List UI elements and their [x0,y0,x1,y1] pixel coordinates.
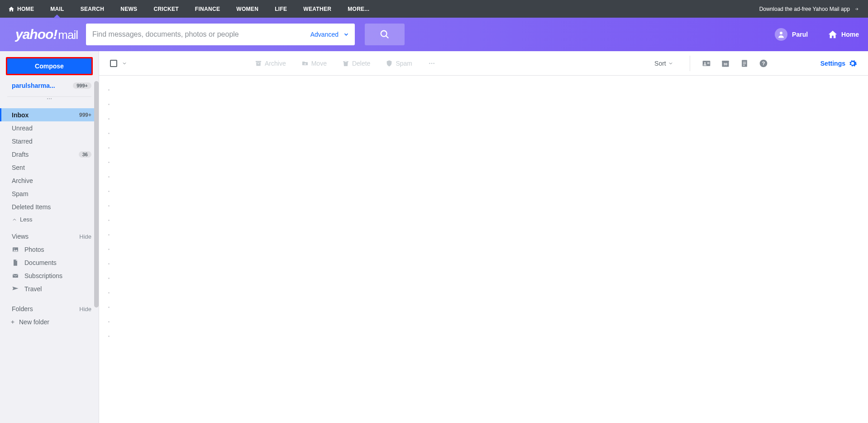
topnav-news[interactable]: NEWS [120,6,137,12]
svg-text:30: 30 [724,62,727,66]
svg-rect-21 [743,65,744,65]
svg-rect-20 [743,63,746,64]
select-all-checkbox[interactable] [110,60,117,67]
sort-button[interactable]: Sort [654,60,681,67]
folder-count: 999+ [79,112,91,118]
svg-text:?: ? [762,61,765,66]
chevron-down-icon[interactable] [343,31,349,38]
view-travel[interactable]: Travel [0,282,99,295]
delete-button[interactable]: Delete [337,60,376,67]
row-indicator [108,263,110,264]
row-indicator [108,278,110,279]
row-indicator [108,191,110,192]
folder-deleted[interactable]: Deleted Items [0,200,99,213]
views-section-head: Views Hide [0,223,99,243]
folder-drafts[interactable]: Drafts 36 [0,148,99,161]
archive-button[interactable]: Archive [249,60,291,67]
topnav-home[interactable]: HOME [8,6,34,12]
advanced-search-link[interactable]: Advanced [306,31,343,38]
view-subscriptions[interactable]: Subscriptions [0,269,99,282]
row-indicator [108,220,110,221]
row-indicator [108,104,110,105]
folder-label: Drafts [12,151,29,158]
folders-hide-link[interactable]: Hide [79,306,91,312]
topnav-weather[interactable]: WEATHER [303,6,331,12]
home-button[interactable]: Home [828,29,859,39]
calendar-button[interactable]: 30 [718,59,733,68]
more-actions-button[interactable] [422,60,441,67]
folder-label: Starred [12,138,33,145]
view-label: Documents [24,259,57,266]
help-button[interactable]: ? [756,59,771,68]
yahoo-mail-logo[interactable]: yahoo!mail [15,27,78,42]
delete-label: Delete [352,60,370,67]
compose-button[interactable]: Compose [6,57,93,75]
folder-archive[interactable]: Archive [0,174,99,187]
user-menu[interactable]: Parul [775,28,808,41]
compose-label: Compose [35,62,64,70]
message-list-area[interactable] [99,76,868,423]
views-hide-link[interactable]: Hide [79,233,91,240]
view-label: Photos [24,246,44,253]
row-indicator [108,89,110,91]
topnav-search[interactable]: SEARCH [81,6,104,12]
svg-point-10 [433,62,434,64]
folder-spam[interactable]: Spam [0,187,99,200]
user-name: Parul [792,31,808,38]
settings-button[interactable]: Settings [820,59,857,68]
promo-text: Download the ad-free Yahoo Mail app [759,6,850,12]
row-indicator [108,147,110,149]
account-row[interactable]: parulsharma... 999+ [0,81,99,92]
spam-button[interactable]: Spam [380,60,418,67]
collapse-less[interactable]: Less [0,213,99,223]
plus-icon [10,319,15,325]
folder-sent[interactable]: Sent [0,161,99,174]
svg-rect-5 [256,61,261,62]
topnav-label: MORE... [348,6,369,12]
folder-starred[interactable]: Starred [0,135,99,148]
view-documents[interactable]: Documents [0,256,99,269]
calendar-icon: 30 [721,59,730,68]
sort-label: Sort [654,60,666,67]
row-indicator [108,292,110,293]
topnav-left: HOME MAIL SEARCH NEWS CRICKET FINANCE WO… [8,6,369,12]
less-label: Less [20,216,32,223]
topnav-finance[interactable]: FINANCE [195,6,220,12]
folder-label: Deleted Items [12,203,51,211]
row-indicator [108,133,110,134]
topnav-mail[interactable]: MAIL [50,6,64,12]
contact-card-icon [702,59,711,68]
folder-label: Unread [12,125,33,132]
folder-label: Spam [12,190,29,197]
new-folder-button[interactable]: New folder [0,315,99,328]
help-icon: ? [759,59,768,68]
svg-rect-7 [258,63,259,64]
select-dropdown-icon[interactable] [122,61,127,66]
topnav-women[interactable]: WOMEN [236,6,258,12]
shield-icon [386,60,393,67]
sidebar-expand-dots[interactable]: ⋯ [0,96,99,102]
sidebar-scrollbar[interactable] [94,81,99,308]
view-photos[interactable]: Photos [0,243,99,256]
row-indicator [108,162,110,163]
topnav-more[interactable]: MORE... [348,6,369,12]
contacts-button[interactable] [699,59,714,68]
search-button[interactable] [365,24,405,45]
gear-icon [848,59,857,68]
svg-point-9 [431,62,433,64]
folder-label: Inbox [12,111,29,119]
topnav-life[interactable]: LIFE [275,6,287,12]
row-indicator [108,336,110,337]
folder-unread[interactable]: Unread [0,121,99,135]
views-label: Views [12,233,29,240]
topnav-promo[interactable]: Download the ad-free Yahoo Mail app [759,6,860,12]
search-input[interactable] [92,30,306,38]
topnav-cricket[interactable]: CRICKET [153,6,178,12]
notepad-button[interactable] [737,59,752,68]
folder-inbox[interactable]: Inbox 999+ [0,108,99,121]
move-button[interactable]: Move [296,60,332,67]
person-icon [777,30,785,38]
row-indicator [108,118,110,120]
folder-count: 36 [79,151,91,158]
topnav-label: FINANCE [195,6,220,12]
